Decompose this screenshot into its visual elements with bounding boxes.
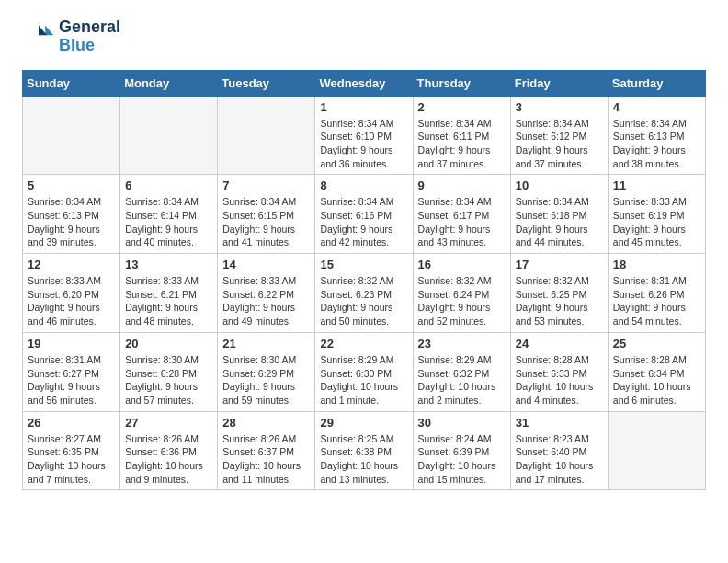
day-number: 13 — [125, 258, 212, 271]
day-number: 25 — [613, 337, 700, 350]
day-info: Sunrise: 8:28 AM Sunset: 6:33 PM Dayligh… — [516, 353, 603, 408]
day-info: Sunrise: 8:29 AM Sunset: 6:30 PM Dayligh… — [320, 353, 407, 408]
day-of-week-header: Thursday — [413, 70, 510, 96]
calendar-week-row: 12Sunrise: 8:33 AM Sunset: 6:20 PM Dayli… — [23, 254, 706, 333]
day-info: Sunrise: 8:34 AM Sunset: 6:14 PM Dayligh… — [125, 195, 212, 249]
day-number: 27 — [125, 416, 212, 430]
svg-marker-0 — [45, 25, 53, 35]
calendar-day-cell: 1Sunrise: 8:34 AM Sunset: 6:10 PM Daylig… — [315, 96, 413, 175]
calendar-day-cell: 9Sunrise: 8:34 AM Sunset: 6:17 PM Daylig… — [413, 175, 510, 254]
day-of-week-header: Saturday — [608, 70, 705, 96]
calendar-day-cell: 16Sunrise: 8:32 AM Sunset: 6:24 PM Dayli… — [413, 254, 510, 333]
calendar-day-cell: 27Sunrise: 8:26 AM Sunset: 6:36 PM Dayli… — [120, 411, 218, 490]
day-number: 28 — [222, 416, 310, 430]
day-of-week-header: Friday — [510, 70, 608, 96]
day-info: Sunrise: 8:33 AM Sunset: 6:21 PM Dayligh… — [125, 274, 212, 328]
day-info: Sunrise: 8:23 AM Sunset: 6:40 PM Dayligh… — [516, 432, 603, 487]
calendar-week-row: 19Sunrise: 8:31 AM Sunset: 6:27 PM Dayli… — [23, 332, 706, 411]
day-of-week-header: Wednesday — [315, 70, 413, 96]
day-info: Sunrise: 8:34 AM Sunset: 6:12 PM Dayligh… — [516, 117, 603, 171]
day-number: 15 — [320, 258, 407, 271]
day-number: 29 — [320, 416, 407, 430]
day-info: Sunrise: 8:34 AM Sunset: 6:17 PM Dayligh… — [418, 195, 506, 249]
day-info: Sunrise: 8:34 AM Sunset: 6:15 PM Dayligh… — [222, 195, 310, 249]
calendar-day-cell: 28Sunrise: 8:26 AM Sunset: 6:37 PM Dayli… — [218, 411, 315, 490]
calendar-day-cell: 4Sunrise: 8:34 AM Sunset: 6:13 PM Daylig… — [608, 96, 705, 175]
calendar-day-cell: 3Sunrise: 8:34 AM Sunset: 6:12 PM Daylig… — [510, 96, 608, 175]
calendar-week-row: 1Sunrise: 8:34 AM Sunset: 6:10 PM Daylig… — [23, 96, 706, 175]
calendar-day-cell — [23, 96, 120, 175]
calendar-day-cell: 13Sunrise: 8:33 AM Sunset: 6:21 PM Dayli… — [120, 254, 218, 333]
calendar-header-row: SundayMondayTuesdayWednesdayThursdayFrid… — [23, 70, 706, 96]
calendar-day-cell: 20Sunrise: 8:30 AM Sunset: 6:28 PM Dayli… — [120, 332, 218, 411]
day-info: Sunrise: 8:30 AM Sunset: 6:28 PM Dayligh… — [125, 353, 212, 408]
calendar-day-cell: 19Sunrise: 8:31 AM Sunset: 6:27 PM Dayli… — [23, 332, 120, 411]
calendar-day-cell: 17Sunrise: 8:32 AM Sunset: 6:25 PM Dayli… — [510, 254, 608, 333]
calendar-day-cell: 12Sunrise: 8:33 AM Sunset: 6:20 PM Dayli… — [23, 254, 120, 333]
day-number: 5 — [28, 178, 115, 192]
day-info: Sunrise: 8:32 AM Sunset: 6:23 PM Dayligh… — [320, 274, 407, 328]
day-number: 10 — [516, 178, 603, 192]
calendar-day-cell: 7Sunrise: 8:34 AM Sunset: 6:15 PM Daylig… — [218, 175, 315, 254]
day-number: 23 — [418, 337, 506, 350]
day-info: Sunrise: 8:34 AM Sunset: 6:13 PM Dayligh… — [28, 195, 115, 249]
day-number: 30 — [418, 416, 506, 430]
calendar-day-cell: 23Sunrise: 8:29 AM Sunset: 6:32 PM Dayli… — [413, 332, 510, 411]
calendar-day-cell: 29Sunrise: 8:25 AM Sunset: 6:38 PM Dayli… — [315, 411, 413, 490]
calendar-day-cell: 30Sunrise: 8:24 AM Sunset: 6:39 PM Dayli… — [413, 411, 510, 490]
day-info: Sunrise: 8:30 AM Sunset: 6:29 PM Dayligh… — [222, 353, 310, 408]
calendar-day-cell: 10Sunrise: 8:34 AM Sunset: 6:18 PM Dayli… — [510, 175, 608, 254]
logo-icon — [22, 20, 55, 53]
day-number: 18 — [613, 258, 700, 271]
calendar-day-cell: 24Sunrise: 8:28 AM Sunset: 6:33 PM Dayli… — [510, 332, 608, 411]
day-of-week-header: Tuesday — [218, 70, 315, 96]
calendar-day-cell: 15Sunrise: 8:32 AM Sunset: 6:23 PM Dayli… — [315, 254, 413, 333]
day-number: 7 — [222, 178, 310, 192]
day-number: 16 — [418, 258, 506, 271]
calendar-day-cell: 25Sunrise: 8:28 AM Sunset: 6:34 PM Dayli… — [608, 332, 705, 411]
day-info: Sunrise: 8:34 AM Sunset: 6:16 PM Dayligh… — [320, 195, 407, 249]
calendar-day-cell — [120, 96, 218, 175]
day-info: Sunrise: 8:27 AM Sunset: 6:35 PM Dayligh… — [28, 432, 115, 487]
day-info: Sunrise: 8:29 AM Sunset: 6:32 PM Dayligh… — [418, 353, 506, 408]
calendar-week-row: 26Sunrise: 8:27 AM Sunset: 6:35 PM Dayli… — [23, 411, 706, 490]
day-info: Sunrise: 8:32 AM Sunset: 6:24 PM Dayligh… — [418, 274, 506, 328]
day-number: 12 — [28, 258, 115, 271]
day-of-week-header: Sunday — [23, 70, 120, 96]
day-info: Sunrise: 8:31 AM Sunset: 6:26 PM Dayligh… — [613, 274, 700, 328]
day-number: 26 — [28, 416, 115, 430]
day-number: 9 — [418, 178, 506, 192]
calendar-day-cell: 21Sunrise: 8:30 AM Sunset: 6:29 PM Dayli… — [218, 332, 315, 411]
calendar-table: SundayMondayTuesdayWednesdayThursdayFrid… — [22, 70, 706, 491]
day-info: Sunrise: 8:32 AM Sunset: 6:25 PM Dayligh… — [516, 274, 603, 328]
day-number: 4 — [613, 100, 700, 114]
day-number: 17 — [516, 258, 603, 271]
day-number: 8 — [320, 178, 407, 192]
day-of-week-header: Monday — [120, 70, 218, 96]
day-number: 24 — [516, 337, 603, 350]
day-info: Sunrise: 8:26 AM Sunset: 6:37 PM Dayligh… — [222, 432, 310, 487]
day-info: Sunrise: 8:28 AM Sunset: 6:34 PM Dayligh… — [613, 353, 700, 408]
calendar-day-cell — [218, 96, 315, 175]
calendar-day-cell: 26Sunrise: 8:27 AM Sunset: 6:35 PM Dayli… — [23, 411, 120, 490]
calendar-week-row: 5Sunrise: 8:34 AM Sunset: 6:13 PM Daylig… — [23, 175, 706, 254]
day-number: 31 — [516, 416, 603, 430]
calendar-day-cell: 5Sunrise: 8:34 AM Sunset: 6:13 PM Daylig… — [23, 175, 120, 254]
calendar-day-cell: 18Sunrise: 8:31 AM Sunset: 6:26 PM Dayli… — [608, 254, 705, 333]
day-number: 22 — [320, 337, 407, 350]
day-number: 20 — [125, 337, 212, 350]
logo-text: General Blue — [59, 18, 120, 55]
day-number: 3 — [516, 100, 603, 114]
day-info: Sunrise: 8:33 AM Sunset: 6:20 PM Dayligh… — [28, 274, 115, 328]
day-number: 19 — [28, 337, 115, 350]
page-header: General Blue — [22, 18, 706, 55]
day-info: Sunrise: 8:33 AM Sunset: 6:19 PM Dayligh… — [613, 195, 700, 249]
day-number: 21 — [222, 337, 310, 350]
day-info: Sunrise: 8:25 AM Sunset: 6:38 PM Dayligh… — [320, 432, 407, 487]
calendar-day-cell: 11Sunrise: 8:33 AM Sunset: 6:19 PM Dayli… — [608, 175, 705, 254]
day-info: Sunrise: 8:34 AM Sunset: 6:10 PM Dayligh… — [320, 117, 407, 171]
calendar-day-cell: 14Sunrise: 8:33 AM Sunset: 6:22 PM Dayli… — [218, 254, 315, 333]
logo: General Blue — [22, 18, 120, 55]
day-info: Sunrise: 8:33 AM Sunset: 6:22 PM Dayligh… — [222, 274, 310, 328]
day-info: Sunrise: 8:26 AM Sunset: 6:36 PM Dayligh… — [125, 432, 212, 487]
